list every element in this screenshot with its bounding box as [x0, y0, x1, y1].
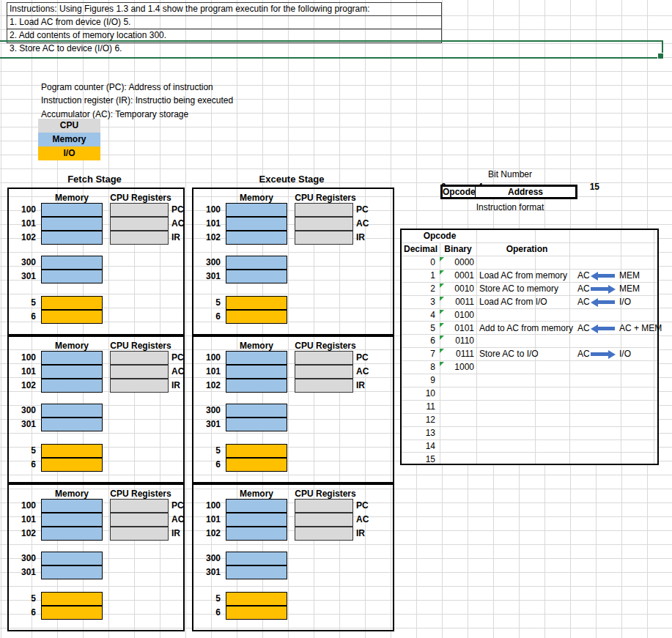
io-cell-5 [41, 444, 103, 458]
memory-address-label: 100 [9, 351, 38, 365]
memory-cell-100 [41, 499, 103, 513]
io-cell-5 [226, 592, 287, 606]
flow-ac-label: AC [577, 296, 590, 309]
memory-cell-100 [226, 499, 287, 513]
instruction-format-caption: Instruction format [448, 201, 572, 214]
memory-address-label: 301 [193, 565, 223, 579]
opcode-decimal: 2 [403, 283, 435, 296]
opcode-binary: 0001 [441, 270, 474, 283]
arrow-bar [597, 274, 615, 278]
memory-cell-100 [226, 203, 287, 217]
opcode-binary: 0011 [441, 296, 474, 309]
memory-cell-102 [41, 527, 103, 541]
io-cell-5 [41, 592, 103, 606]
io-address-label: 5 [9, 592, 38, 606]
memory-address-label: 301 [9, 565, 38, 579]
register-cell-ir [295, 527, 353, 541]
opcode-decimal: 13 [403, 427, 435, 440]
spreadsheet: Instructions: Using Figures 1.3 and 1.4 … [0, 0, 672, 638]
opcode-decimal: 14 [403, 440, 435, 453]
io-address-label: 6 [193, 458, 223, 472]
memory-cell-101 [41, 513, 103, 527]
fill-handle[interactable] [657, 53, 664, 59]
opcode-binary: 0101 [441, 322, 474, 335]
memory-address-label: 300 [193, 256, 223, 270]
flow-arrow-left-icon [591, 324, 616, 333]
register-cell-ac [110, 217, 169, 231]
io-address-label: 6 [9, 310, 38, 324]
register-label: IR [171, 527, 193, 541]
opcode-binary: 0111 [441, 348, 474, 361]
legend-memory: Memory [38, 133, 100, 146]
register-cell-ir [110, 379, 169, 393]
io-cell-5 [226, 444, 287, 458]
cpu-registers-header: CPU Registers [106, 192, 176, 204]
memory-cell-102 [41, 231, 103, 245]
memory-address-label: 100 [193, 203, 223, 217]
row-divider [7, 15, 441, 16]
definition-pc: Pogram counter (PC): Address of instruct… [41, 81, 213, 94]
memory-cell-102 [226, 231, 287, 245]
memory-header: Memory [223, 192, 290, 204]
io-address-label: 5 [193, 592, 223, 606]
opcode-binary: 0100 [441, 309, 474, 322]
arrow-head [591, 298, 598, 307]
memory-cell-300 [226, 256, 287, 270]
row-divider [7, 29, 441, 29]
io-cell-6 [41, 310, 103, 324]
memory-address-label: 101 [193, 217, 223, 231]
execute-stage-title: Exceute Stage [192, 173, 391, 186]
register-cell-pc [110, 351, 169, 365]
register-label: PC [171, 351, 193, 365]
opcode-operation: Load AC from memory [479, 270, 567, 283]
memory-address-label: 102 [193, 379, 223, 393]
memory-address-label: 101 [193, 365, 223, 379]
bit-tick-15: 15 [579, 181, 599, 193]
execute-panel-2: MemoryCPU Registers100PC101AC102IR300301… [192, 335, 394, 483]
legend-io: I/O [38, 146, 100, 160]
memory-cell-101 [41, 365, 103, 379]
memory-header: Memory [38, 488, 106, 500]
flow-ac-label: AC [577, 348, 590, 361]
register-label: PC [171, 499, 193, 513]
memory-cell-301 [226, 565, 287, 579]
memory-address-label: 102 [193, 527, 223, 541]
memory-cell-102 [226, 527, 287, 541]
io-cell-6 [41, 606, 103, 620]
io-cell-5 [41, 296, 103, 310]
memory-cell-101 [226, 513, 287, 527]
opcode-row: 30011Load AC from I/OACI/O [402, 296, 657, 309]
arrow-head [608, 350, 616, 359]
execute-panel-3: MemoryCPU Registers100PC101AC102IR300301… [192, 483, 394, 631]
opcode-operation: Store AC to memory [479, 283, 558, 296]
register-cell-pc [110, 203, 169, 217]
memory-cell-300 [226, 404, 287, 418]
register-label: PC [356, 499, 378, 513]
memory-cell-300 [41, 256, 103, 270]
cpu-registers-header: CPU Registers [106, 340, 176, 352]
memory-address-label: 301 [193, 270, 223, 283]
memory-cell-102 [41, 379, 103, 393]
flow-target-label: AC + MEM [619, 322, 662, 335]
memory-address-label: 102 [9, 231, 38, 245]
memory-cell-301 [41, 270, 103, 283]
io-cell-6 [226, 606, 287, 620]
memory-address-label: 101 [9, 513, 38, 527]
memory-cell-300 [41, 404, 103, 418]
memory-address-label: 100 [193, 351, 223, 365]
opcode-row: 13 [402, 427, 657, 440]
io-address-label: 6 [193, 310, 223, 324]
selected-row-outline[interactable] [0, 40, 663, 59]
io-address-label: 6 [193, 606, 223, 620]
register-cell-ir [110, 231, 169, 245]
register-cell-ir [295, 231, 353, 245]
opcode-binary: 1000 [441, 361, 474, 374]
col-header-binary: Binary [441, 243, 475, 256]
register-cell-pc [295, 351, 353, 365]
memory-cell-100 [41, 203, 103, 217]
opcode-row: 9 [402, 374, 657, 387]
io-address-label: 6 [9, 606, 38, 620]
memory-address-label: 301 [193, 418, 223, 431]
fetch-panel-3: MemoryCPU Registers100PC101AC102IR300301… [7, 483, 185, 631]
opcode-decimal: 6 [403, 335, 435, 348]
